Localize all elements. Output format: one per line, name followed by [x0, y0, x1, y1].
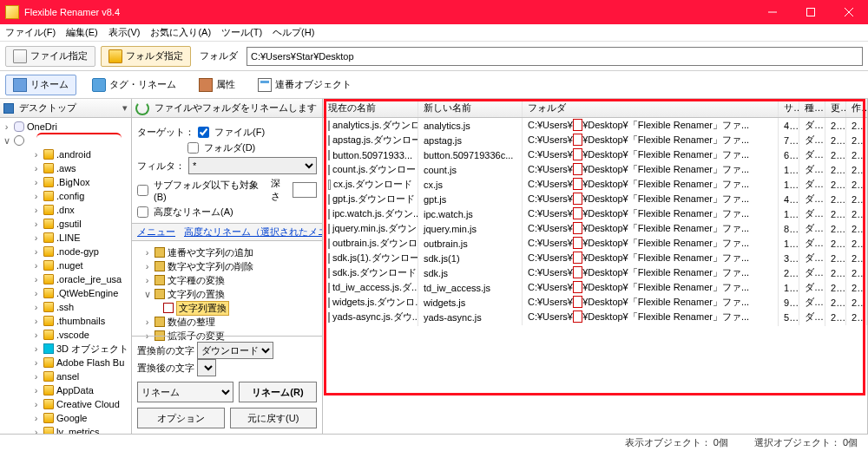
ops-node[interactable]: ›数字や文字列の削除 — [142, 259, 317, 273]
ops-menu-tab[interactable]: メニュー — [137, 226, 175, 239]
tree-folder[interactable]: ›.gsutil — [2, 217, 129, 231]
tag-rename-mode-button[interactable]: タグ・リネーム — [85, 75, 183, 95]
tree-folder[interactable]: ›Google — [2, 411, 129, 425]
tree-folder[interactable]: ›.dnx — [2, 203, 129, 217]
folder-icon — [43, 302, 54, 312]
tree-folder[interactable]: ›.LINE — [2, 231, 129, 245]
list-header: 現在の名前 新しい名前 フォルダ サ... 種類 更... 作... — [323, 99, 867, 118]
chevron-down-icon[interactable]: ▾ — [122, 102, 128, 114]
spec-toolbar: ファイル指定 フォルダ指定 フォルダ — [0, 42, 868, 71]
tree-folder[interactable]: ›ly_metrics — [2, 425, 129, 434]
col-kind[interactable]: 種類 — [799, 99, 825, 117]
attr-mode-button[interactable]: 属性 — [192, 75, 242, 95]
file-icon — [328, 135, 330, 146]
file-icon — [328, 150, 330, 160]
options-button[interactable]: オプション — [137, 408, 225, 428]
after-input[interactable] — [197, 359, 216, 376]
tree-folder[interactable]: ›3D オブジェクト — [2, 342, 129, 356]
ops-node[interactable]: ›数値の整理 — [142, 315, 317, 329]
folder-icon — [43, 177, 54, 187]
rename-mode-button[interactable]: リネーム — [5, 75, 76, 95]
refresh-icon[interactable] — [135, 101, 149, 115]
menu-edit[interactable]: 編集(E) — [66, 26, 98, 39]
file-spec-button[interactable]: ファイル指定 — [5, 46, 95, 67]
menu-view[interactable]: 表示(V) — [108, 26, 141, 39]
run-button[interactable]: リネーム(R) — [239, 382, 317, 402]
tree-root-label[interactable]: デスクトップ — [19, 101, 117, 114]
subfolders-checkbox[interactable] — [137, 185, 148, 196]
menu-tools[interactable]: ツール(T) — [221, 26, 262, 39]
filter-select[interactable]: * — [188, 157, 317, 174]
undo-button[interactable]: 元に戻す(U) — [230, 408, 318, 428]
tree-folder[interactable]: ›.BigNox — [2, 175, 129, 189]
tree-folder[interactable]: ›.nuget — [2, 258, 129, 272]
maximize-button[interactable] — [792, 0, 830, 24]
tree-folder[interactable]: ›.config — [2, 189, 129, 203]
tree-folder[interactable]: ›Creative Cloud — [2, 397, 129, 411]
ops-node[interactable]: ∨文字列の置換 — [142, 287, 317, 301]
statusbar: 表示オブジェクト： 0個 選択オブジェクト： 0個 — [0, 434, 868, 451]
close-button[interactable] — [830, 0, 868, 24]
col-current[interactable]: 現在の名前 — [323, 99, 418, 117]
target-folder-checkbox[interactable] — [187, 142, 199, 154]
tree-folder[interactable]: ›.QtWebEngine — [2, 286, 129, 300]
ops-node[interactable]: ›文字種の変換 — [142, 273, 317, 287]
app-icon — [5, 5, 19, 19]
folder-icon — [43, 385, 54, 395]
folder-icon — [43, 219, 54, 229]
folder-icon — [43, 274, 54, 284]
file-icon — [328, 312, 330, 323]
minimize-button[interactable] — [753, 0, 792, 24]
ops-advanced-tab[interactable]: 高度なリネーム（選択されたメニュー項 — [184, 226, 323, 239]
folder-icon — [43, 316, 54, 326]
advanced-checkbox[interactable] — [137, 206, 148, 218]
sequence-mode-button[interactable]: 連番オブジェクト — [251, 75, 358, 95]
tree-node[interactable]: ›OneDri — [2, 120, 129, 134]
folder-icon — [43, 205, 54, 215]
menu-file[interactable]: ファイル(F) — [5, 26, 56, 39]
file-icon — [328, 194, 330, 205]
tree-folder[interactable]: ›.android — [2, 147, 129, 161]
before-input[interactable]: ダウンロード — [197, 342, 273, 359]
col-new[interactable]: 新しい名前 — [418, 99, 523, 117]
tree-folder[interactable]: ›.oracle_jre_usa — [2, 272, 129, 286]
folder-icon — [43, 288, 54, 298]
col-size[interactable]: サ... — [779, 99, 799, 117]
rename-icon — [13, 78, 27, 92]
action-combo[interactable]: リネーム — [137, 382, 233, 402]
ops-node[interactable]: ›連番や文字列の追加 — [142, 245, 317, 259]
tree-node[interactable]: ∨ — [2, 134, 129, 147]
menu-help[interactable]: ヘルプ(H) — [273, 26, 314, 39]
col-updated[interactable]: 更... — [825, 99, 846, 117]
path-input[interactable] — [247, 47, 863, 66]
tree-folder[interactable]: ›.thumbnails — [2, 314, 129, 328]
tree-folder[interactable]: ›.vscode — [2, 328, 129, 342]
operations-pane: ファイルやフォルダをリネームします ターゲット： ファイル(F) フォルダ(D)… — [132, 99, 323, 434]
menu-favorites[interactable]: お気に入り(A) — [150, 26, 211, 39]
svg-rect-1 — [807, 9, 815, 16]
tree-folder[interactable]: ›AppData — [2, 383, 129, 397]
folder-tree[interactable]: ›OneDri∨›.android›.aws›.BigNox›.config›.… — [0, 118, 131, 434]
ops-node-selected[interactable]: 文字列置換 — [142, 301, 317, 315]
target-file-checkbox[interactable] — [198, 127, 209, 138]
tree-folder[interactable]: ›.node-gyp — [2, 245, 129, 258]
after-label: 置換後の文字 — [137, 363, 194, 373]
tree-folder[interactable]: ›.aws — [2, 161, 129, 175]
col-folder[interactable]: フォルダ — [523, 99, 779, 117]
target-label: ターゲット： — [137, 126, 194, 139]
folder-icon — [108, 49, 122, 63]
tag-icon — [92, 78, 106, 92]
folder-icon — [43, 357, 54, 368]
tree-folder[interactable]: ›.ssh — [2, 300, 129, 314]
tree-folder[interactable]: ›ansel — [2, 369, 129, 383]
file-list[interactable]: analytics.js.ダウンロ...analytics.jsC:¥Users… — [323, 118, 867, 324]
col-author[interactable]: 作... — [846, 99, 867, 117]
list-row[interactable]: yads-async.js.ダウ...yads-async.jsC:¥Users… — [323, 310, 867, 324]
ops-node-icon — [155, 289, 165, 299]
depth-input[interactable] — [293, 182, 317, 198]
operations-tree[interactable]: ›連番や文字列の追加›数字や文字列の削除›文字種の変換∨文字列の置換文字列置換›… — [142, 245, 317, 343]
ops-node-icon — [155, 261, 165, 271]
file-icon — [13, 49, 27, 63]
tree-folder[interactable]: ›Adobe Flash Bu — [2, 356, 129, 369]
folder-spec-button[interactable]: フォルダ指定 — [101, 46, 191, 67]
